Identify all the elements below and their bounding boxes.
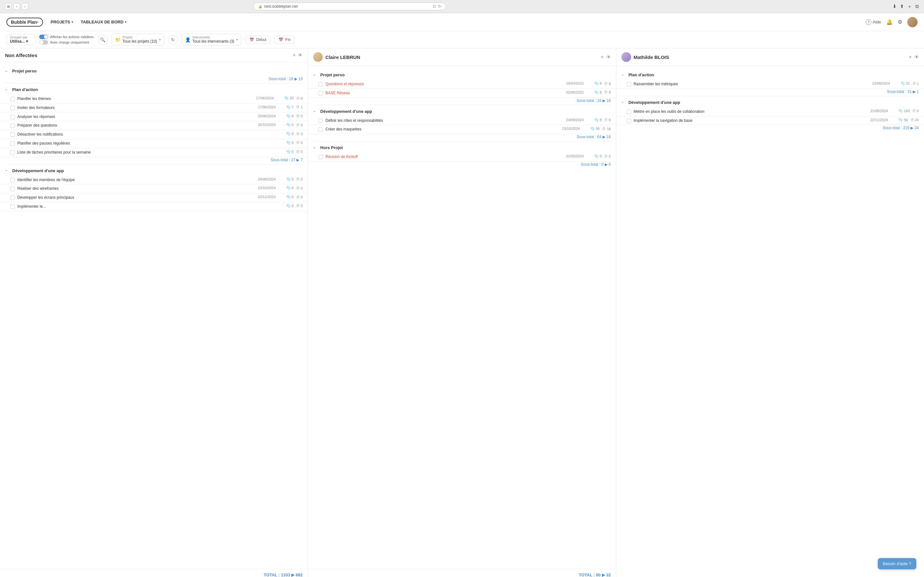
section-dev-app-mathilde-header[interactable]: − Développement d'une app [616, 97, 924, 107]
task-name: Liste de tâches prioritaires pour la sem… [17, 150, 255, 155]
task-time: ⏱ 0 [296, 186, 302, 190]
back-button[interactable]: ‹ [13, 3, 20, 10]
hide-non-affectees-button[interactable]: 👁 [298, 53, 302, 58]
fin-filter[interactable]: 📅 Fin [274, 35, 295, 44]
sidebar-toggle[interactable]: ⊞ [5, 3, 11, 10]
search-button[interactable]: 🔍 [97, 35, 108, 45]
task-checkbox[interactable] [10, 187, 15, 191]
debut-filter[interactable]: 📅 Début [245, 35, 270, 44]
section-dev-app-mathilde: − Développement d'une app Mettre en plac… [616, 97, 924, 132]
toggle1-label: Afficher les actions validées [50, 35, 94, 39]
task-name: Implémenter le... [17, 204, 255, 210]
task-checkbox[interactable] [627, 110, 631, 114]
divider-projet-perso-claire [313, 105, 611, 105]
subtotal-projet-perso-claire: Sous-total : 16 ▶ 16 [308, 98, 615, 105]
task-date: 31/05/2024 [566, 154, 591, 158]
section-dev-app-claire-header[interactable]: − Développement d'une app [308, 106, 615, 116]
toggle-validated: Afficher les actions validées [39, 35, 94, 39]
forward-button[interactable]: › [22, 3, 28, 10]
section-projet-perso-1: − Projet perso Sous-total : 26 ▶ 19 [0, 66, 308, 83]
task-time: ⏱ 0 [296, 195, 302, 199]
task-checkbox[interactable] [10, 141, 15, 146]
refresh-button[interactable]: ↻ [168, 35, 178, 45]
task-name: Planifier des pauses régulières [17, 141, 255, 146]
section-projet-perso-claire-title: Projet perso [320, 73, 344, 77]
collapse-icon-dev-app-mathilde: − [622, 100, 627, 105]
task-name: Définir les rôles et responsabilités [325, 118, 564, 123]
task-checkbox[interactable] [10, 97, 15, 101]
task-bubbles: 🫧 7 [286, 105, 294, 109]
download-icon[interactable]: ⬇ [893, 3, 897, 10]
add-mathilde-button[interactable]: + [909, 54, 912, 60]
task-checkbox[interactable] [318, 119, 323, 123]
task-name: Analyser les réponses [17, 114, 255, 119]
projects-filter[interactable]: 📁 Projets Tous les projets (10) ▾ [111, 34, 164, 45]
task-name-overdue: BASE Réseau [325, 90, 564, 96]
add-non-affectees-button[interactable]: + [292, 52, 296, 58]
share-icon[interactable]: ⬆ [900, 3, 904, 10]
gear-icon[interactable]: ⚙ [898, 19, 902, 25]
task-checkbox[interactable] [318, 127, 323, 132]
task-bubbles: 🫧 31 [901, 81, 910, 85]
task-checkbox[interactable] [10, 115, 15, 119]
intervenants-label: Intervenants [192, 35, 234, 39]
tabs-icon[interactable]: ⧉ [915, 3, 919, 10]
address-bar[interactable]: 🔒 next.bubbleplan.net ⊡ ↻ [254, 3, 446, 10]
user-avatar[interactable] [907, 17, 918, 27]
calendar-fin-icon: 📅 [278, 37, 283, 42]
new-tab-icon[interactable]: ＋ [907, 3, 912, 10]
total-text-claire: TOTAL : 80 ▶ 32 [579, 572, 611, 577]
task-checkbox[interactable] [627, 119, 631, 123]
add-claire-button[interactable]: + [601, 54, 604, 60]
task-row: Préparer des questions 26/10/2024 🫧 0 ⏱ … [0, 121, 308, 130]
task-row: Implémenter la navigation de base 22/11/… [616, 116, 924, 125]
toggle-charge-switch[interactable] [39, 40, 48, 45]
section-projet-perso-1-header[interactable]: − Projet perso [0, 66, 308, 76]
task-name: Préparer des questions [17, 123, 255, 128]
section-dev-app-claire-title: Développement d'une app [320, 109, 372, 114]
group-by-dropdown[interactable]: Grouper par Utilisa... ▾ [6, 34, 35, 45]
task-bubbles: 🫧 20 [284, 96, 294, 100]
fin-label: Fin [285, 37, 291, 42]
bell-icon[interactable]: 🔔 [886, 19, 893, 25]
hide-mathilde-button[interactable]: 👁 [914, 55, 919, 60]
task-checkbox[interactable] [318, 91, 323, 95]
help-float-button[interactable]: Besoin d'aide ? [878, 558, 917, 569]
debut-label: Début [256, 37, 266, 42]
help-icon: ? [866, 19, 871, 25]
task-checkbox[interactable] [10, 178, 15, 182]
projects-label: Projets [123, 35, 157, 39]
nav-projets-chevron: ▾ [71, 20, 73, 24]
refresh-browser-icon[interactable]: ↻ [438, 4, 441, 9]
projects-icon: 📁 [115, 37, 121, 42]
task-checkbox[interactable] [10, 123, 15, 128]
intervenants-filter[interactable]: 👤 Intervenants Tous les intervenants (3)… [182, 34, 242, 45]
hide-claire-button[interactable]: 👁 [606, 55, 611, 60]
logo[interactable]: Bubble Plan• [6, 18, 43, 27]
task-checkbox[interactable] [10, 132, 15, 137]
toggle-validated-switch[interactable] [39, 35, 48, 39]
browser-controls[interactable]: ⊞ ‹ › [5, 3, 28, 10]
section-dev-app-claire: − Développement d'une app Définir les rô… [308, 106, 615, 142]
task-checkbox[interactable] [10, 195, 15, 200]
collapse-icon-hors-projet-claire: − [313, 145, 318, 150]
task-time: ⏱ 0 [296, 132, 302, 136]
help-button[interactable]: ? Aide [866, 19, 881, 25]
task-checkbox[interactable] [627, 82, 631, 87]
task-row: Définir les rôles et responsabilités 24/… [308, 116, 615, 125]
task-checkbox[interactable] [10, 106, 15, 110]
task-checkbox[interactable] [318, 82, 323, 87]
section-plan-action-mathilde-header[interactable]: − Plan d'action [616, 70, 924, 80]
intervenants-icon: 👤 [185, 37, 191, 42]
section-plan-action-1-header[interactable]: − Plan d'action [0, 85, 308, 95]
task-checkbox[interactable] [10, 205, 15, 209]
nav-tableaux[interactable]: TABLEAUX DE BORD ▾ [81, 18, 126, 26]
section-projet-perso-claire-header[interactable]: − Projet perso [308, 70, 615, 80]
task-bubbles: 🫧 0 [286, 195, 294, 199]
task-checkbox[interactable] [318, 155, 323, 159]
section-hors-projet-claire-header[interactable]: − Hors Projet [308, 143, 615, 153]
nav-projets[interactable]: PROJETS ▾ [51, 18, 73, 26]
task-checkbox[interactable] [10, 150, 15, 155]
section-dev-app-1-header[interactable]: − Développement d'une app [0, 166, 308, 176]
task-name: Désactiver les notifications [17, 132, 255, 137]
